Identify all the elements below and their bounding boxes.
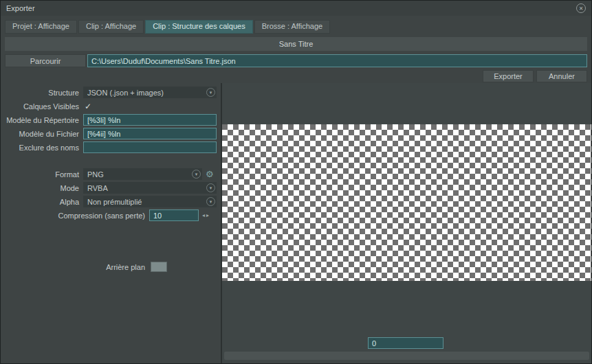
tab-clip-structure-des-calques[interactable]: Clip : Structure des calques [145,20,253,34]
dialog-body: Structure JSON (.json + images) ▾ Calque… [1,83,591,363]
frame-input[interactable] [368,337,443,349]
actions-row: Exporter Annuler [5,70,587,82]
format-label: Format [1,170,83,179]
structure-dropdown[interactable]: JSON (.json + images) ▾ [83,87,217,98]
tab-projet-affichage[interactable]: Projet : Affichage [5,20,77,34]
structure-row: Structure JSON (.json + images) ▾ [1,87,217,98]
options-panel: Structure JSON (.json + images) ▾ Calque… [1,83,221,363]
check-icon: ✓ [85,102,91,111]
compression-row: Compression (sans perte) ◂ ▸ [1,209,217,221]
preview-canvas[interactable] [222,124,591,281]
mode-row: Mode RVBA ▾ [1,182,217,194]
format-settings-gear-icon[interactable]: ⚙ [206,170,217,179]
compression-spinner[interactable]: ◂ ▸ [202,212,210,218]
spin-right-icon: ▸ [206,212,210,218]
tab-brosse-affichage[interactable]: Brosse : Affichage [254,20,330,34]
visible-layers-row: Calques Visibles ✓ [1,100,217,112]
file-template-label: Modèle du Fichier [1,130,83,138]
exclude-names-input[interactable] [83,141,217,153]
file-template-row: Modèle du Fichier [1,128,217,139]
browse-button[interactable]: Parcourir [5,54,86,67]
cancel-button[interactable]: Annuler [536,70,587,82]
chevron-down-icon: ▾ [206,183,215,192]
visible-layers-checkbox[interactable]: ✓ [83,102,93,111]
background-label: Arrière plan [1,263,149,271]
format-row: Format PNG ▾ ⚙ [1,168,217,180]
alpha-label: Alpha [1,198,83,206]
visible-layers-label: Calques Visibles [1,102,83,111]
path-input[interactable] [87,54,587,67]
compression-label: Compression (sans perte) [1,212,149,220]
dir-template-input[interactable] [83,114,217,126]
path-row: Parcourir [5,54,587,67]
exclude-names-row: Exclure des noms [1,141,217,153]
background-row: Arrière plan [1,261,217,273]
tab-clip-affichage[interactable]: Clip : Affichage [78,20,144,34]
title-bar: Exporter ✕ [1,1,591,16]
preview-panel [222,83,591,363]
alpha-dropdown[interactable]: Non prémultiplié ▾ [83,196,217,207]
chevron-down-icon: ▾ [206,88,215,97]
background-color-swatch[interactable] [151,262,167,272]
structure-label: Structure [1,89,83,97]
format-dropdown[interactable]: PNG ▾ [83,168,202,180]
mode-dropdown[interactable]: RVBA ▾ [83,182,217,194]
dir-template-row: Modèle du Répertoire [1,114,217,126]
file-template-input[interactable] [83,128,217,139]
alpha-row: Alpha Non prémultiplié ▾ [1,196,217,207]
document-title: Sans Titre [5,37,587,51]
export-dialog: Exporter ✕ Projet : Affichage Clip : Aff… [0,0,592,364]
spin-left-icon: ◂ [202,212,206,218]
chevron-down-icon: ▾ [192,170,201,179]
dir-template-label: Modèle du Répertoire [1,116,83,124]
export-button[interactable]: Exporter [483,70,534,82]
window-title: Exporter [6,4,35,12]
exclude-names-label: Exclure des noms [1,144,83,152]
horizontal-scrollbar[interactable] [224,352,589,360]
mode-label: Mode [1,184,83,192]
compression-input[interactable] [149,209,199,221]
close-icon[interactable]: ✕ [576,3,586,13]
chevron-down-icon: ▾ [206,197,215,206]
tab-bar: Projet : Affichage Clip : Affichage Clip… [1,16,591,34]
